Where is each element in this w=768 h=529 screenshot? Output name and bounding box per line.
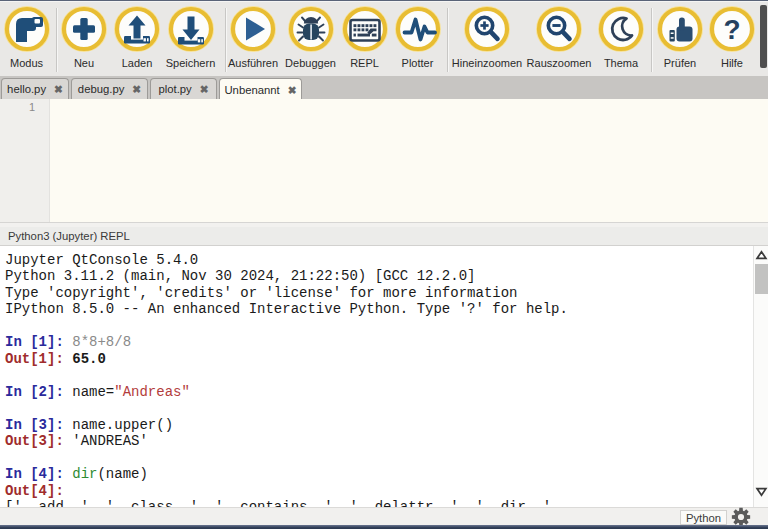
svg-text:?: ? xyxy=(723,14,740,45)
